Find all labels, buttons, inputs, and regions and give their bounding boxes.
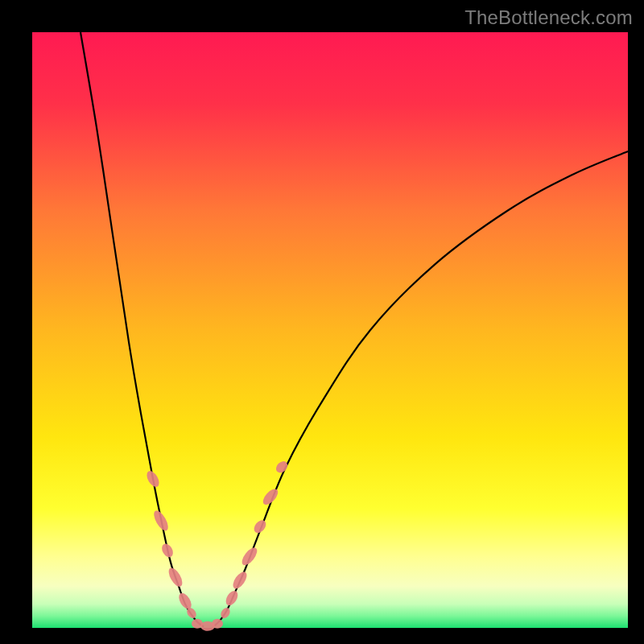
data-marker xyxy=(219,606,232,620)
data-marker xyxy=(212,619,223,629)
data-marker xyxy=(274,459,290,475)
data-marker xyxy=(230,570,250,592)
curve-layer xyxy=(32,32,628,628)
data-marker xyxy=(239,545,259,568)
data-marker xyxy=(159,542,175,559)
data-marker xyxy=(151,509,171,533)
data-marker xyxy=(144,469,161,489)
curve-right-curve xyxy=(213,151,628,627)
chart-frame: TheBottleneck.com xyxy=(0,0,644,644)
curve-left-curve xyxy=(80,32,204,627)
data-marker xyxy=(166,566,184,589)
data-marker xyxy=(224,588,241,607)
watermark-text: TheBottleneck.com xyxy=(464,6,633,29)
